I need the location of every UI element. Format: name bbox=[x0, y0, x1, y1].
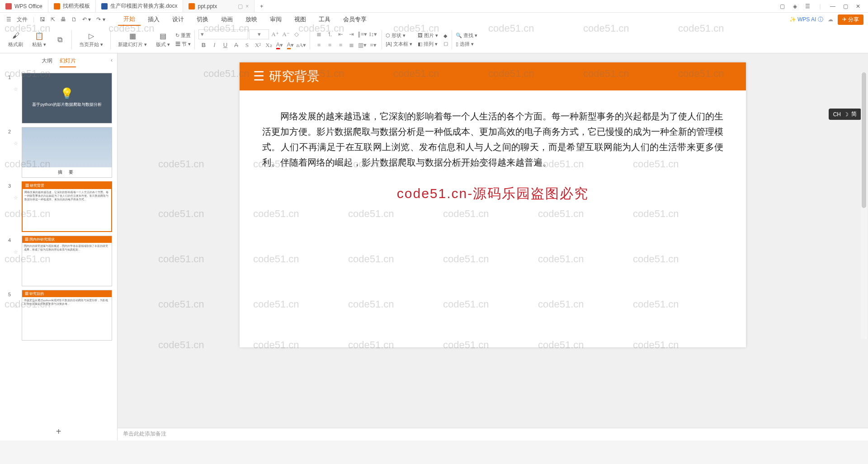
tab-slides[interactable]: 幻灯片 bbox=[60, 57, 76, 67]
reset-button[interactable]: ↻ 重置 bbox=[175, 32, 191, 39]
numbering-button[interactable]: ⒈ bbox=[325, 29, 335, 39]
format-painter-button[interactable]: 🖌格式刷 bbox=[5, 31, 27, 48]
menu-view[interactable]: 视图 bbox=[289, 14, 311, 25]
doc-tab-pptx[interactable]: ppt.pptx ▢ × bbox=[183, 0, 255, 12]
print-icon[interactable]: 🖶 bbox=[59, 16, 68, 23]
highlight-button[interactable]: A▾ bbox=[285, 40, 295, 50]
paste-button[interactable]: 📋粘贴 ▾ bbox=[28, 31, 50, 48]
app-home-tab[interactable]: WPS Office bbox=[0, 0, 48, 12]
bold-button[interactable]: B bbox=[198, 40, 208, 50]
menu-transition[interactable]: 切换 bbox=[191, 14, 214, 25]
shrink-font-button[interactable]: A⁻ bbox=[281, 29, 291, 39]
tab-outline[interactable]: 大纲 bbox=[42, 57, 52, 67]
preview-icon[interactable]: 🗋 bbox=[70, 16, 79, 23]
align-justify-button[interactable]: ≣ bbox=[346, 40, 356, 50]
menu-start[interactable]: 开始 bbox=[118, 13, 141, 26]
thumb-item[interactable]: 3 ☆ ☰ 研究背景 网络发展的越来越迅速，它深刻的影响着每一个人生活的各个方面… bbox=[5, 181, 113, 232]
file-menu[interactable]: 文件 bbox=[15, 16, 29, 24]
share-button[interactable]: ✈ 分享 bbox=[838, 14, 863, 25]
textbox-button[interactable]: [A] 文本框 ▾ bbox=[386, 41, 412, 47]
thumb-item[interactable]: 4 ☆ ☰ 国内外研究现状 国内外的研究进展与现状概述，国内外学者在该领域取得了… bbox=[5, 236, 113, 286]
image-button[interactable]: 🖼 图片 ▾ bbox=[418, 32, 438, 39]
menu-vip[interactable]: 会员专享 bbox=[338, 14, 372, 25]
slide-thumb-2[interactable]: 摘 要 bbox=[22, 127, 112, 178]
font-size-select[interactable]: ▾ bbox=[249, 29, 269, 39]
window-icon3[interactable]: ☰ bbox=[803, 2, 812, 11]
menu-slideshow[interactable]: 放映 bbox=[240, 14, 263, 25]
undo-icon[interactable]: ↶ ▾ bbox=[80, 16, 93, 23]
slide-thumb-3[interactable]: ☰ 研究背景 网络发展的越来越迅速，它深刻的影响着每一个人生活的各个方面。每一种… bbox=[22, 181, 112, 232]
vertical-scrollbar[interactable] bbox=[861, 72, 867, 339]
copy-button[interactable]: ⧉ bbox=[52, 35, 68, 44]
tab-close-icon[interactable]: × bbox=[245, 3, 249, 9]
arrange-button[interactable]: ◧ 排列 ▾ bbox=[418, 41, 438, 47]
section-button[interactable]: ☰ 节 ▾ bbox=[175, 41, 191, 47]
menu-animation[interactable]: 动画 bbox=[216, 14, 238, 25]
bullets-button[interactable]: ≣ bbox=[314, 29, 324, 39]
outline-button[interactable]: ▢ bbox=[443, 41, 448, 47]
select-button[interactable]: ▯ 选择 ▾ bbox=[456, 41, 477, 47]
find-button[interactable]: 🔍 查找 ▾ bbox=[456, 32, 477, 39]
wps-ai-button[interactable]: ✨ WPS AI ⓘ bbox=[789, 16, 823, 24]
shape-button[interactable]: ⬡ 形状 ▾ bbox=[386, 32, 412, 39]
font-color-button[interactable]: A▾ bbox=[274, 40, 284, 50]
window-icon2[interactable]: ◈ bbox=[790, 2, 799, 11]
scrollbar-thumb[interactable] bbox=[862, 72, 866, 208]
clear-format-button[interactable]: ◇ bbox=[292, 29, 302, 39]
close-icon[interactable]: ✕ bbox=[854, 2, 863, 11]
slide-number: 2 bbox=[5, 127, 11, 134]
slide-canvas[interactable]: ☰ 研究背景 网络发展的越来越迅速，它深刻的影响着每一个人生活的各个方面。每一种… bbox=[118, 53, 868, 428]
menu-insert[interactable]: 插入 bbox=[142, 14, 165, 25]
layout-button[interactable]: ▤版式 ▾ bbox=[152, 31, 174, 48]
thumb-item[interactable]: 2 ☆ 摘 要 bbox=[5, 127, 113, 178]
doc-tab-docx[interactable]: 生产印模图片替换方案.docx bbox=[96, 0, 184, 12]
fill-button[interactable]: ◆ bbox=[443, 33, 448, 39]
change-case-button[interactable]: aA▾ bbox=[296, 40, 306, 50]
align-left-button[interactable]: ≡ bbox=[314, 40, 324, 50]
columns-button[interactable]: ▥▾ bbox=[357, 40, 367, 50]
text-direction-button[interactable]: I↕▾ bbox=[368, 29, 378, 39]
save-icon[interactable]: 🖫 bbox=[38, 16, 47, 23]
export-icon[interactable]: ⇱ bbox=[49, 16, 57, 23]
align-right-button[interactable]: ≡ bbox=[335, 40, 345, 50]
maximize-icon[interactable]: ▢ bbox=[841, 2, 850, 11]
tab-window-icon[interactable]: ▢ bbox=[238, 3, 243, 9]
superscript-button[interactable]: X² bbox=[253, 40, 263, 50]
doc-tab-templates[interactable]: 找稻壳模板 bbox=[48, 0, 96, 12]
new-slide-button[interactable]: ▦新建幻灯片 ▾ bbox=[114, 31, 151, 48]
slide-title-bar[interactable]: ☰ 研究背景 bbox=[240, 62, 746, 90]
italic-button[interactable]: I bbox=[209, 40, 219, 50]
slide-thumb-5[interactable]: ☰ 研究目的 本研究旨在通过python实现对影片数据的自动爬取与深度分析，为影… bbox=[22, 290, 112, 341]
grow-font-button[interactable]: A⁺ bbox=[270, 29, 280, 39]
menu-design[interactable]: 设计 bbox=[167, 14, 189, 25]
from-current-button[interactable]: ▷当页开始 ▾ bbox=[75, 31, 107, 48]
new-tab-button[interactable]: + bbox=[255, 0, 269, 12]
indent-dec-button[interactable]: ⇤ bbox=[335, 29, 345, 39]
slide-body[interactable]: 网络发展的越来越迅速，它深刻的影响着每一个人生活的各个方面。每一种新型事务的兴起… bbox=[240, 90, 746, 188]
thumb-item[interactable]: 1 ☆ 💡 基于python的影片数据爬取与数据分析 bbox=[5, 73, 113, 123]
shadow-button[interactable]: S bbox=[242, 40, 252, 50]
thumb-item[interactable]: 5 ☆ ☰ 研究目的 本研究旨在通过python实现对影片数据的自动爬取与深度分… bbox=[5, 290, 113, 341]
strike-button[interactable]: A̶ bbox=[231, 40, 241, 50]
notes-pane[interactable]: 单击此处添加备注 bbox=[118, 428, 868, 440]
ime-indicator[interactable]: CH ☽ 简 bbox=[829, 109, 861, 120]
cloud-icon[interactable]: ☁ bbox=[828, 16, 833, 23]
subscript-button[interactable]: X₂ bbox=[264, 40, 274, 50]
indent-inc-button[interactable]: ⇥ bbox=[346, 29, 356, 39]
minimize-icon[interactable]: — bbox=[828, 2, 837, 11]
menu-review[interactable]: 审阅 bbox=[264, 14, 287, 25]
add-slide-button[interactable]: + bbox=[0, 423, 117, 440]
window-icon1[interactable]: ▢ bbox=[778, 2, 787, 11]
slide-thumb-1[interactable]: 💡 基于python的影片数据爬取与数据分析 bbox=[22, 73, 112, 123]
font-family-select[interactable]: ▾ bbox=[198, 29, 248, 39]
current-slide[interactable]: ☰ 研究背景 网络发展的越来越迅速，它深刻的影响着每一个人生活的各个方面。每一种… bbox=[240, 62, 746, 347]
menu-tools[interactable]: 工具 bbox=[313, 14, 336, 25]
redo-icon[interactable]: ↷ ▾ bbox=[94, 16, 107, 23]
align-center-button[interactable]: ≡ bbox=[325, 40, 335, 50]
hamburger-icon[interactable]: ☰ bbox=[5, 16, 13, 23]
line-spacing-button[interactable]: ‖≡▾ bbox=[357, 29, 367, 39]
vert-align-button[interactable]: ≡▾ bbox=[368, 40, 378, 50]
collapse-panel-icon[interactable]: ‹ bbox=[111, 57, 113, 63]
slide-thumb-4[interactable]: ☰ 国内外研究现状 国内外的研究进展与现状概述，国内外学者在该领域取得了丰富的研… bbox=[22, 236, 112, 286]
underline-button[interactable]: U bbox=[220, 40, 230, 50]
